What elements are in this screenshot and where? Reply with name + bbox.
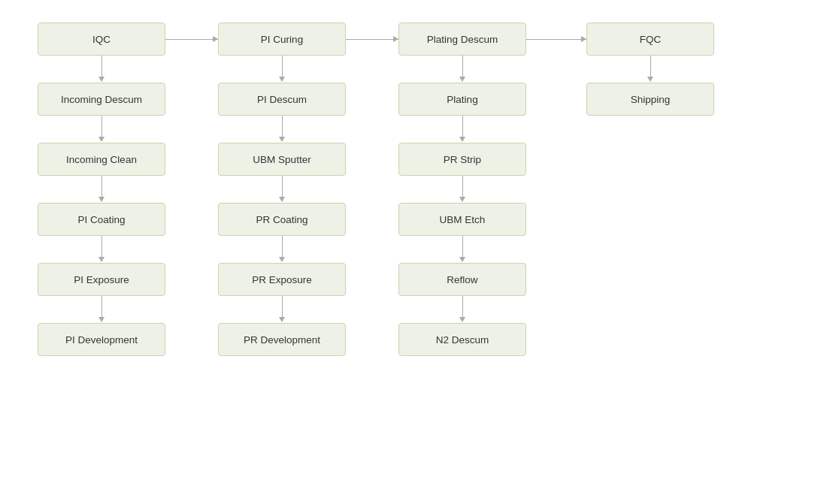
connector-v-plating [462,116,463,137]
connector-v-fqc [650,56,651,77]
arrow-pr-strip [459,197,465,202]
node-plating: Plating [398,83,526,116]
node-pr-strip: PR Strip [398,143,526,176]
arrow-plating [459,137,465,142]
connector-v-incoming-descum [101,116,102,137]
connector-v-ubm-sputter [282,176,283,198]
connector-v-pi-coating [101,236,102,258]
connector-v-pi-descum [282,116,283,137]
node-n2-descum: N2 Descum [398,323,526,356]
node-plating-descum: Plating Descum [398,23,526,56]
node-pi-curing: PI Curing [218,23,346,56]
arrow-iqc [98,77,104,82]
h-connector-col3 [526,39,586,40]
node-pr-development: PR Development [218,323,346,356]
arrow-pi-exposure [98,317,104,322]
arrow-ubm-etch [459,257,465,262]
h-connector-col1 [165,39,218,40]
node-iqc: IQC [38,23,165,56]
node-fqc: FQC [586,23,714,56]
arrow-pi-descum [279,137,285,142]
arrow-plating-descum [459,77,465,82]
h-arrow-col2 [393,36,398,42]
arrow-ubm-sputter [279,197,285,202]
arrow-pi-curing [279,77,285,82]
connector-v-pr-exposure [282,296,283,318]
arrow-pr-coating [279,257,285,262]
h-arrow-col3 [581,36,586,42]
node-pi-development: PI Development [38,323,165,356]
h-connector-col2 [346,39,398,40]
connector-v-pi-curing [282,56,283,77]
h-arrow-col1 [213,36,218,42]
arrow-fqc [647,77,653,82]
arrow-incoming-descum [98,137,104,142]
connector-v-pr-strip [462,176,463,198]
connector-v-ubm-etch [462,236,463,258]
arrow-pi-coating [98,257,104,262]
node-pi-coating: PI Coating [38,203,165,236]
node-pi-exposure: PI Exposure [38,263,165,296]
connector-v-iqc [101,56,102,77]
node-ubm-sputter: UBM Sputter [218,143,346,176]
connector-v-plating-descum [462,56,463,77]
connector-v-incoming-clean [101,176,102,198]
node-shipping: Shipping [586,83,714,116]
flowchart-diagram: IQCIncoming DescumIncoming CleanPI Coati… [15,23,812,481]
flowchart: IQCIncoming DescumIncoming CleanPI Coati… [0,0,839,504]
node-ubm-etch: UBM Etch [398,203,526,236]
node-pi-descum: PI Descum [218,83,346,116]
arrow-reflow [459,317,465,322]
node-pr-exposure: PR Exposure [218,263,346,296]
arrow-pr-exposure [279,317,285,322]
arrow-incoming-clean [98,197,104,202]
node-reflow: Reflow [398,263,526,296]
connector-v-reflow [462,296,463,318]
connector-v-pr-coating [282,236,283,258]
node-pr-coating: PR Coating [218,203,346,236]
node-incoming-clean: Incoming Clean [38,143,165,176]
node-incoming-descum: Incoming Descum [38,83,165,116]
connector-v-pi-exposure [101,296,102,318]
